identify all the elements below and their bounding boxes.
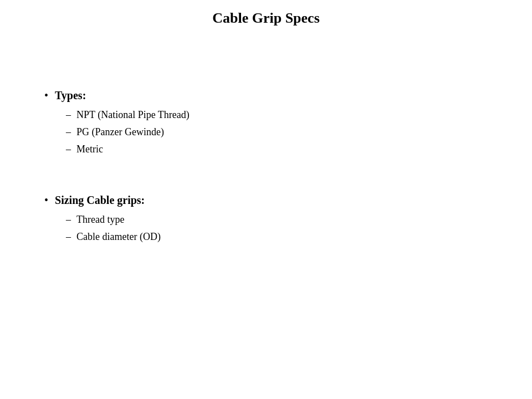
bullet-dot-sizing: •: [44, 192, 48, 208]
dash-icon: –: [66, 229, 71, 244]
types-list: – NPT (National Pipe Thread) – PG (Panze…: [66, 108, 488, 157]
list-item: – Thread type: [66, 212, 488, 227]
dash-icon: –: [66, 142, 71, 157]
list-item: – PG (Panzer Gewinde): [66, 125, 488, 140]
types-label: Types:: [55, 88, 488, 103]
dash-icon: –: [66, 108, 71, 122]
page-container: Cable Grip Specs • Types: – NPT (Nationa…: [0, 0, 532, 399]
sizing-label: Sizing Cable grips:: [55, 192, 488, 208]
list-item-text: Metric: [76, 142, 103, 157]
bullet-content-types: Types: – NPT (National Pipe Thread) – PG…: [55, 88, 488, 159]
list-item: – NPT (National Pipe Thread): [66, 108, 488, 122]
list-item: – Cable diameter (OD): [66, 229, 488, 244]
bullet-section-types: • Types: – NPT (National Pipe Thread) – …: [44, 88, 488, 159]
bullet-dot-types: •: [44, 88, 48, 103]
content-area: • Types: – NPT (National Pipe Thread) – …: [44, 88, 488, 247]
page-title: Cable Grip Specs: [44, 0, 488, 32]
list-item-text: Thread type: [76, 212, 124, 227]
bullet-section-sizing: • Sizing Cable grips: – Thread type – Ca…: [44, 192, 488, 247]
bullet-content-sizing: Sizing Cable grips: – Thread type – Cabl…: [55, 192, 488, 247]
list-item-text: Cable diameter (OD): [76, 229, 161, 244]
dash-icon: –: [66, 212, 71, 227]
list-item: – Metric: [66, 142, 488, 157]
list-item-text: PG (Panzer Gewinde): [76, 125, 164, 140]
dash-icon: –: [66, 125, 71, 140]
list-item-text: NPT (National Pipe Thread): [76, 108, 190, 122]
sizing-list: – Thread type – Cable diameter (OD): [66, 212, 488, 244]
